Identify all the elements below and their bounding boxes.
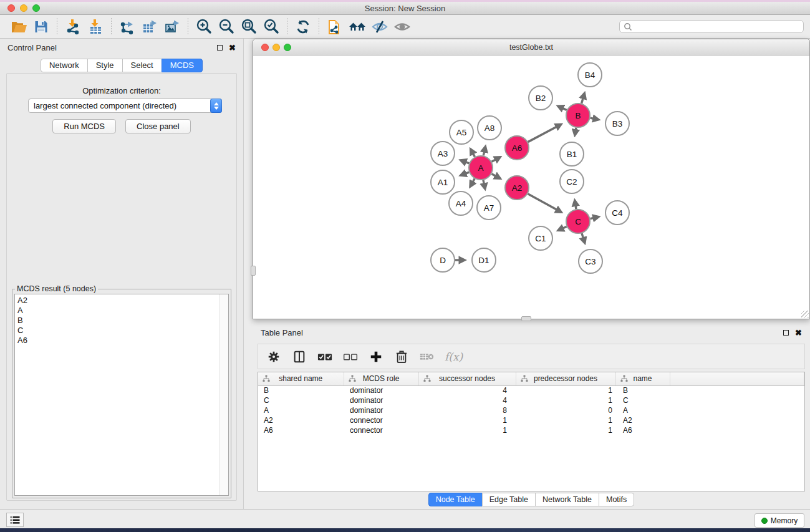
export-image-button[interactable] <box>162 17 182 37</box>
graph-node-B4[interactable]: B4 <box>578 63 602 87</box>
column-header-MCDS-role[interactable]: MCDS role <box>344 372 418 385</box>
graph-node-D1[interactable]: D1 <box>472 248 496 272</box>
svg-text:C3: C3 <box>585 257 595 266</box>
first-neighbors-button[interactable] <box>347 17 367 37</box>
graph-node-A[interactable]: A <box>469 156 493 180</box>
mcds-result-item[interactable]: C <box>17 326 228 336</box>
float-table-panel-icon[interactable] <box>783 330 789 336</box>
graph-node-C[interactable]: C <box>566 210 590 233</box>
mcds-result-item[interactable]: A2 <box>17 296 228 306</box>
close-panel-icon[interactable]: ✖ <box>229 45 236 51</box>
graph-node-A5[interactable]: A5 <box>450 120 473 144</box>
column-header-shared-name[interactable]: shared name <box>258 372 344 385</box>
graph-node-A6[interactable]: A6 <box>505 136 529 160</box>
graph-node-A4[interactable]: A4 <box>449 191 473 215</box>
float-panel-icon[interactable] <box>217 45 223 51</box>
search-input[interactable] <box>635 22 799 31</box>
splitter-grip-bottom[interactable] <box>521 316 531 321</box>
window-title: Session: New Session <box>0 4 810 13</box>
zoom-in-button[interactable] <box>194 17 214 37</box>
svg-text:A: A <box>478 163 483 173</box>
column-header-predecessor-nodes[interactable]: predecessor nodes <box>516 372 615 385</box>
result-scrollbar[interactable] <box>219 294 228 495</box>
tab-network[interactable]: Network <box>41 59 88 72</box>
delete-columns-button[interactable] <box>393 349 410 365</box>
criterion-dropdown[interactable]: largest connected component (directed) <box>28 99 222 113</box>
memory-button[interactable]: Memory <box>755 513 804 528</box>
graph-node-C4[interactable]: C4 <box>605 201 629 225</box>
graph-node-A2[interactable]: A2 <box>505 176 529 200</box>
mcds-result-item[interactable]: A <box>17 306 228 316</box>
graph-edge-A-A4 <box>470 178 475 186</box>
svg-text:B: B <box>575 111 581 120</box>
network-window-titlebar[interactable]: testGlobe.txt <box>253 39 809 56</box>
select-all-button[interactable] <box>317 349 333 365</box>
zoom-selected-button[interactable] <box>261 17 281 37</box>
graph-node-C1[interactable]: C1 <box>529 226 552 250</box>
run-mcds-button[interactable]: Run MCDS <box>52 119 116 133</box>
table-settings-button[interactable] <box>266 349 282 365</box>
refresh-button[interactable] <box>293 17 313 37</box>
task-history-button[interactable] <box>6 513 24 527</box>
import-network-from-file-button[interactable] <box>63 17 83 37</box>
graph-node-C3[interactable]: C3 <box>579 249 602 273</box>
tab-node-table[interactable]: Node Table <box>428 493 483 506</box>
new-network-from-selection-button[interactable] <box>325 17 345 37</box>
save-session-button[interactable] <box>31 17 51 37</box>
table-row[interactable]: Bdominator41B <box>258 385 804 395</box>
open-session-button[interactable] <box>9 17 29 37</box>
tab-network-table[interactable]: Network Table <box>535 493 599 506</box>
tab-select[interactable]: Select <box>122 59 162 72</box>
mcds-result-item[interactable]: B <box>17 316 228 326</box>
graph-node-A3[interactable]: A3 <box>431 142 455 165</box>
function-builder-button[interactable]: f(x) <box>445 351 463 363</box>
close-panel-button[interactable]: Close panel <box>125 119 191 133</box>
graph-node-D[interactable]: D <box>431 248 455 272</box>
export-table-button[interactable] <box>140 17 160 37</box>
export-network-button[interactable] <box>117 17 137 37</box>
close-table-panel-icon[interactable]: ✖ <box>795 330 802 336</box>
network-graph[interactable]: B4B2BB3A8A5A6A3B1AC2A1A2A4A7C4CC1C3DD1 <box>253 56 809 319</box>
delete-table-button[interactable] <box>419 349 435 365</box>
tab-style[interactable]: Style <box>87 59 123 72</box>
tab-mcds[interactable]: MCDS <box>162 59 203 72</box>
column-header-successor-nodes[interactable]: successor nodes <box>418 372 516 385</box>
graph-node-B1[interactable]: B1 <box>560 142 584 166</box>
table-row[interactable]: Cdominator41C <box>258 395 804 405</box>
graph-node-C2[interactable]: C2 <box>560 170 584 193</box>
table-row[interactable]: Adominator80A <box>258 405 804 415</box>
search-field[interactable] <box>619 20 804 33</box>
tab-motifs[interactable]: Motifs <box>599 493 634 506</box>
graph-node-B[interactable]: B <box>566 104 590 127</box>
hide-selected-button[interactable] <box>370 17 390 37</box>
svg-text:B2: B2 <box>536 94 546 103</box>
column-visibility-button[interactable] <box>291 349 307 365</box>
toolbar-separator <box>111 18 112 36</box>
deselect-all-button[interactable] <box>342 349 359 365</box>
zoom-out-button[interactable] <box>216 17 236 37</box>
graph-node-B3[interactable]: B3 <box>605 112 629 135</box>
show-all-button[interactable] <box>392 17 412 37</box>
import-table-from-file-button[interactable] <box>85 17 105 37</box>
graph-node-A7[interactable]: A7 <box>477 196 501 220</box>
tab-edge-table[interactable]: Edge Table <box>482 493 536 506</box>
zoom-fit-content-button[interactable] <box>239 17 259 37</box>
splitter-grip-left[interactable] <box>251 266 256 276</box>
column-header-name[interactable]: name <box>615 372 670 385</box>
table-row[interactable]: A6connector11A6 <box>258 425 804 435</box>
graph-edge-A-A5 <box>471 149 475 157</box>
window-resize-grip[interactable] <box>801 311 809 318</box>
table-row[interactable]: A2connector11A2 <box>258 415 804 425</box>
graph-edge-A6-B <box>528 125 561 142</box>
graph-edge-A-A8 <box>483 147 485 155</box>
network-view[interactable]: B4B2BB3A8A5A6A3B1AC2A1A2A4A7C4CC1C3DD1 <box>253 56 809 319</box>
app-window: Session: New Session <box>0 0 810 532</box>
graph-node-B2[interactable]: B2 <box>529 86 552 110</box>
add-column-button[interactable] <box>368 349 384 365</box>
graph-node-A8[interactable]: A8 <box>478 116 501 140</box>
graph-node-A1[interactable]: A1 <box>431 170 455 194</box>
svg-text:A3: A3 <box>438 149 448 158</box>
mcds-result-item[interactable]: A6 <box>17 336 228 346</box>
mcds-result-list[interactable]: A2ABCA6 <box>15 294 228 346</box>
node-table-container[interactable]: shared nameMCDS rolesuccessor nodesprede… <box>258 372 805 491</box>
